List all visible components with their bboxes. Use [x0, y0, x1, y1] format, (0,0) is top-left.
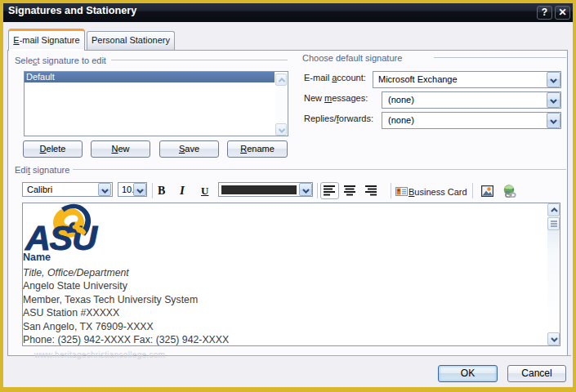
svg-text:AS: AS: [25, 218, 74, 252]
